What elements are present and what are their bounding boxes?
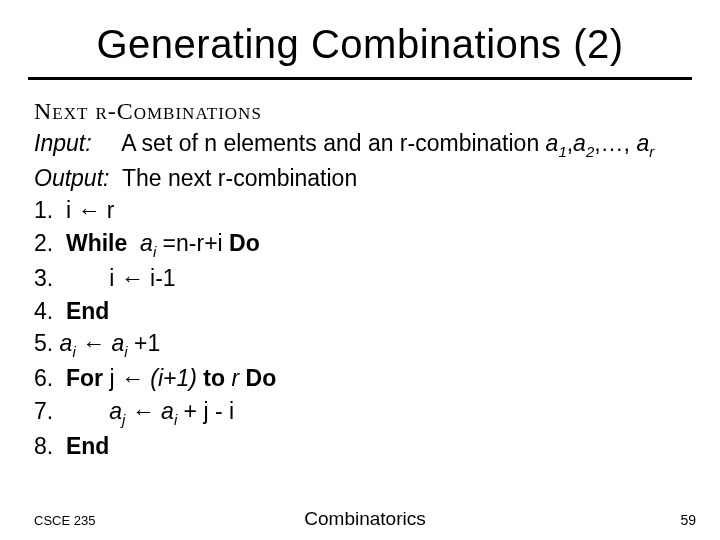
step-7: 7.aj ← ai + j - i (34, 395, 686, 430)
footer-topic: Combinatorics (255, 508, 476, 530)
title-rule (28, 77, 692, 80)
step-2: 2. While ai =n-r+i Do (34, 227, 686, 262)
left-arrow-icon: ← (121, 265, 144, 291)
left-arrow-icon: ← (121, 365, 144, 391)
step-3: 3.i ← i-1 (34, 262, 686, 295)
footer-course: CSCE 235 (34, 513, 255, 528)
algorithm-body: Input: A set of n elements and an r-comb… (34, 127, 686, 462)
left-arrow-icon: ← (132, 398, 155, 424)
step-5: 5. ai ← ai +1 (34, 327, 686, 362)
page-number: 59 (475, 512, 696, 528)
step-1: 1. i ← r (34, 194, 686, 227)
slide-title: Generating Combinations (2) (34, 22, 686, 67)
input-text: A set of n elements and an r-combination (121, 130, 545, 156)
left-arrow-icon: ← (82, 330, 105, 356)
algorithm-name: Next r-Combinations (34, 98, 686, 125)
slide: Generating Combinations (2) Next r-Combi… (0, 0, 720, 540)
input-label: Input (34, 130, 85, 156)
input-line: Input: A set of n elements and an r-comb… (34, 127, 686, 162)
output-text: The next r-combination (122, 165, 357, 191)
left-arrow-icon: ← (77, 197, 100, 223)
step-8: 8. End (34, 430, 686, 463)
footer: CSCE 235 Combinatorics 59 (0, 508, 720, 530)
output-label: Output (34, 165, 103, 191)
step-4: 4. End (34, 295, 686, 328)
step-6: 6. For j ← (i+1) to r Do (34, 362, 686, 395)
output-line: Output: The next r-combination (34, 162, 686, 195)
